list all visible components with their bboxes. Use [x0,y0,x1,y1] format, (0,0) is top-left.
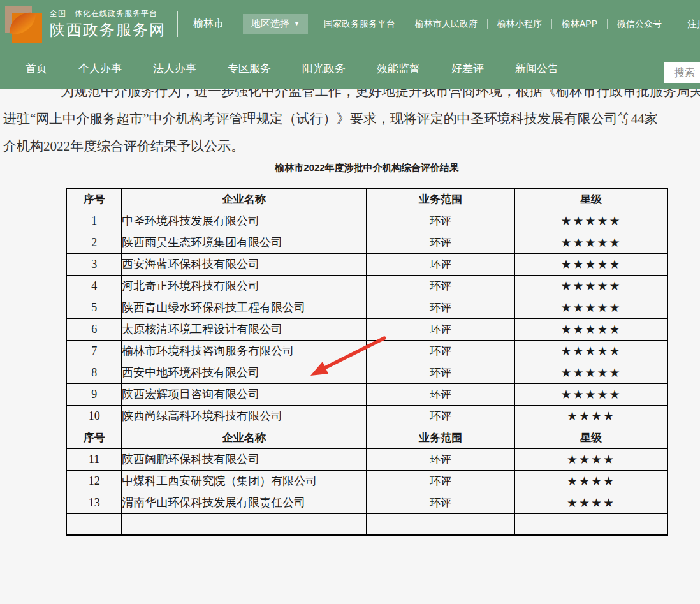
business-scope: 环评 [367,253,515,275]
star-rating: ★★★★★ [514,232,667,253]
star-rating: ★★★★★ [514,210,667,232]
nav-item[interactable]: 阳光政务 [302,61,346,76]
star-rating: ★★★★★ [514,362,667,383]
table-row: 7榆林市环境科技咨询服务有限公司环评★★★★★ [66,340,667,362]
row-number: 9 [66,383,122,405]
business-scope: 环评 [367,210,515,232]
announcement-paragraph: 为规范中介服务行为，进一步强化中介监管工作，更好地提升我市营商环境，根据《榆林市… [3,78,700,160]
table-row: 6太原核清环境工程设计有限公司环评★★★★★ [66,318,667,340]
row-number: 4 [66,275,122,297]
paragraph-line: 进驻“网上中介服务超市”中介机构考评管理规定（试行）》要求，现将评定的中圣环境科… [3,105,700,133]
masthead: 全国一体化在线政务服务平台 陕西政务服务网 榆林市 地区选择 ▼ 国家政务服务平… [0,0,700,89]
row-number: 2 [66,232,122,253]
business-scope: 环评 [367,405,515,427]
table-row: 9陕西宏辉项目咨询有限公司环评★★★★★ [66,383,667,405]
business-scope: 环评 [367,232,515,253]
column-header: 星级 [514,188,667,210]
search-input[interactable] [664,62,700,83]
row-number: 7 [66,340,122,362]
evaluation-table: 序号企业名称业务范围星级 1中圣环境科技发展有限公司环评★★★★★2陕西雨昊生态… [66,188,668,536]
business-scope: 环评 [367,318,515,340]
star-rating: ★★★★★ [514,340,667,362]
company-name: 渭南华山环保科技发展有限责任公司 [122,492,367,513]
table-row: 3西安海蓝环保科技有限公司环评★★★★★ [66,253,667,275]
column-header: 序号 [66,427,122,448]
business-scope: 环评 [367,362,515,383]
table-row: 2陕西雨昊生态环境集团有限公司环评★★★★★ [66,232,667,253]
star-rating: ★★★★★ [514,253,667,275]
row-number: 10 [66,405,122,427]
table-row: 10陕西尚绿高科环境科技有限公司环评★★★★ [66,405,667,427]
table-row: 8西安中地环境科技有限公司环评★★★★★ [66,362,667,383]
company-name: 陕西尚绿高科环境科技有限公司 [122,405,367,427]
current-city-label: 榆林市 [193,17,224,31]
empty-cell [514,513,667,535]
column-header: 星级 [514,427,667,448]
nav-item[interactable]: 个人办事 [78,61,122,76]
header-divider [177,11,178,37]
business-scope: 环评 [367,340,515,362]
nav-item[interactable]: 首页 [26,61,47,76]
business-scope: 环评 [367,275,515,297]
page: 全国一体化在线政务服务平台 陕西政务服务网 榆林市 地区选择 ▼ 国家政务服务平… [0,0,700,604]
column-header: 业务范围 [367,188,515,210]
top-link[interactable]: 微信公众号 [607,19,671,29]
column-header: 业务范围 [367,427,515,448]
company-name: 陕西雨昊生态环境集团有限公司 [122,232,367,253]
nav-item[interactable]: 好差评 [451,61,484,76]
top-link[interactable]: 榆林市人民政府 [405,19,487,29]
table-row: 11陕西阔鹏环保科技有限公司环评★★★★ [66,448,667,470]
star-rating: ★★★★★ [514,318,667,340]
table-row-clipped [66,513,667,535]
table-header-row: 序号企业名称业务范围星级 [66,188,667,210]
company-name: 陕西阔鹏环保科技有限公司 [122,448,367,470]
row-number: 1 [66,210,122,232]
column-header: 序号 [66,188,122,210]
platform-tagline: 全国一体化在线政务服务平台 [50,9,166,18]
star-rating: ★★★★★ [514,383,667,405]
company-name: 太原核清环境工程设计有限公司 [122,318,367,340]
row-number: 13 [66,492,122,513]
column-header: 企业名称 [122,188,367,210]
column-header: 企业名称 [122,427,367,448]
table-row: 13渭南华山环保科技发展有限责任公司环评★★★★ [66,492,667,513]
star-rating: ★★★★★ [514,275,667,297]
brand-block: 全国一体化在线政务服务平台 陕西政务服务网 [50,9,166,40]
business-scope: 环评 [367,448,515,470]
top-link[interactable]: 国家政务服务平台 [314,19,405,29]
company-name: 陕西青山绿水环保科技工程有限公司 [122,297,367,318]
nav-item[interactable]: 效能监督 [377,61,420,76]
star-rating: ★★★★ [514,448,667,470]
star-rating: ★★★★★ [514,297,667,318]
top-link[interactable]: 榆林小程序 [487,19,551,29]
table-caption: 榆林市2022年度涉批中介机构综合评价结果 [66,162,668,174]
site-logo[interactable] [5,6,42,43]
table-header-row: 序号企业名称业务范围星级 [66,427,667,448]
nav-item[interactable]: 专区服务 [228,61,271,76]
business-scope: 环评 [367,297,515,318]
row-number: 8 [66,362,122,383]
top-links: 国家政务服务平台榆林市人民政府榆林小程序榆林APP微信公众号 [314,19,671,29]
company-name: 陕西宏辉项目咨询有限公司 [122,383,367,405]
register-link[interactable]: 注册 [687,18,700,31]
paragraph-line: 介机构2022年度综合评价结果予以公示。 [3,133,700,160]
table-row: 5陕西青山绿水环保科技工程有限公司环评★★★★★ [66,297,667,318]
company-name: 西安中地环境科技有限公司 [122,362,367,383]
table-row: 12中煤科工西安研究院（集团）有限公司环评★★★★ [66,470,667,492]
top-link[interactable]: 榆林APP [551,19,607,29]
row-number: 3 [66,253,122,275]
region-select-label: 地区选择 [251,18,289,30]
nav-item[interactable]: 新闻公告 [515,61,558,76]
nav-item[interactable]: 法人办事 [153,61,196,76]
business-scope: 环评 [367,492,515,513]
company-name: 河北奇正环境科技有限公司 [122,275,367,297]
star-rating: ★★★★ [514,470,667,492]
region-select-button[interactable]: 地区选择 ▼ [243,14,308,34]
company-name: 中圣环境科技发展有限公司 [122,210,367,232]
empty-cell [367,513,515,535]
row-number: 12 [66,470,122,492]
company-name: 榆林市环境科技咨询服务有限公司 [122,340,367,362]
company-name: 中煤科工西安研究院（集团）有限公司 [122,470,367,492]
table-row: 1中圣环境科技发展有限公司环评★★★★★ [66,210,667,232]
star-rating: ★★★★ [514,405,667,427]
